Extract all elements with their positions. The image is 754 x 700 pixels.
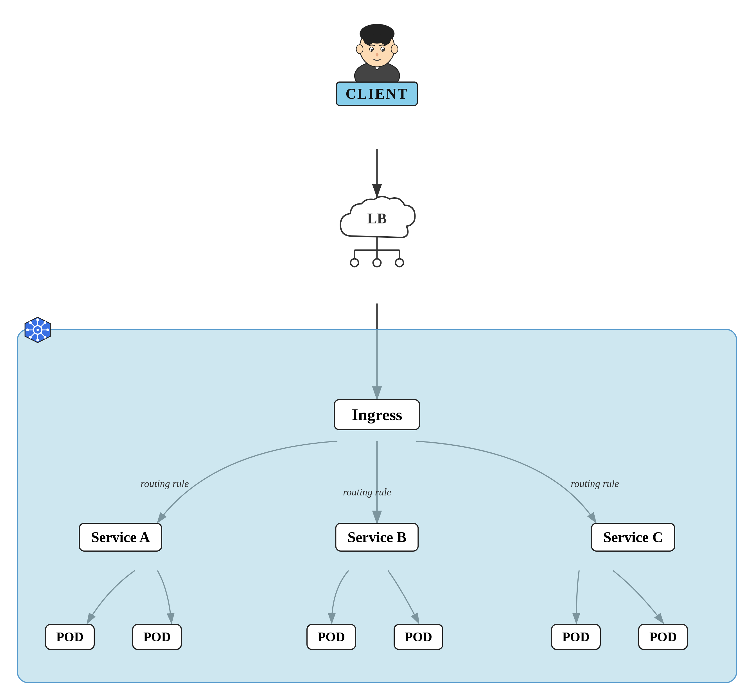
svg-point-12 <box>371 48 373 51</box>
routing-label-center: routing rule <box>343 486 391 498</box>
svg-point-8 <box>363 31 374 45</box>
svg-point-38 <box>36 339 39 341</box>
client-label: CLIENT <box>336 81 418 106</box>
svg-point-15 <box>356 45 363 54</box>
svg-point-28 <box>36 329 39 331</box>
pod-c1: POD <box>551 624 601 650</box>
svg-point-25 <box>396 259 404 267</box>
service-c-box: Service C <box>591 523 675 552</box>
routing-label-right: routing rule <box>571 478 619 489</box>
lb-section: LB <box>329 191 425 270</box>
svg-text:LB: LB <box>367 211 386 227</box>
pod-b2: POD <box>394 624 443 650</box>
lb-cloud-icon: LB <box>329 191 425 270</box>
pod-a1: POD <box>45 624 95 650</box>
svg-point-42 <box>44 336 46 339</box>
svg-point-40 <box>46 328 49 331</box>
svg-point-44 <box>29 336 32 339</box>
k8s-logo <box>23 316 52 344</box>
svg-point-43 <box>44 321 46 324</box>
pod-a2: POD <box>132 624 182 650</box>
svg-point-39 <box>26 328 29 331</box>
svg-point-37 <box>36 319 39 321</box>
client-avatar <box>346 11 408 84</box>
svg-point-14 <box>375 53 379 56</box>
ingress-box: Ingress <box>334 399 420 430</box>
client-section: CLIENT <box>336 11 418 106</box>
pod-b1: POD <box>307 624 356 650</box>
service-b-box: Service B <box>335 523 419 552</box>
k8s-cluster <box>17 329 737 683</box>
svg-point-41 <box>29 321 32 324</box>
svg-point-24 <box>373 259 381 267</box>
svg-point-13 <box>382 48 384 51</box>
routing-label-left: routing rule <box>141 478 189 489</box>
service-a-box: Service A <box>79 523 162 552</box>
diagram: CLIENT LB <box>0 0 754 700</box>
pod-c2: POD <box>638 624 688 650</box>
svg-point-9 <box>380 31 391 45</box>
svg-point-23 <box>350 259 358 267</box>
svg-point-16 <box>391 45 398 54</box>
